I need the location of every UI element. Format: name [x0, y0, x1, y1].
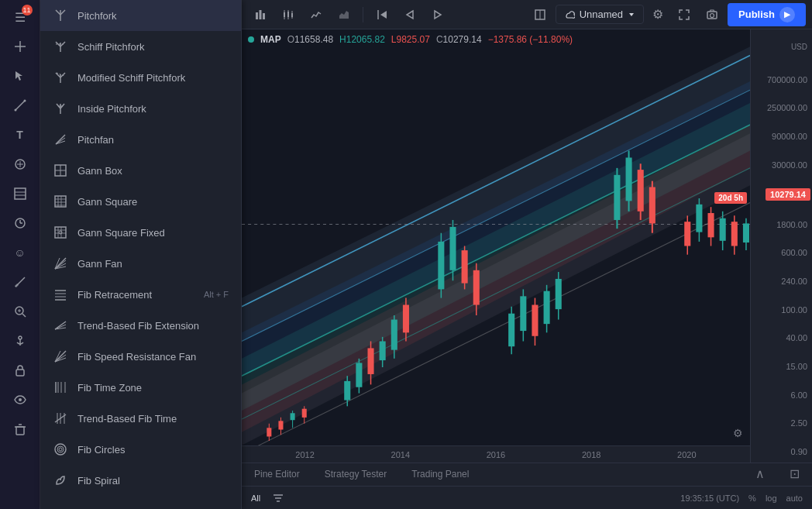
svg-line-3: [15, 101, 25, 110]
price-90k: 90000.00: [751, 132, 812, 141]
menu-item-pitchfork[interactable]: Pitchfork: [40, 0, 241, 31]
svg-rect-126: [302, 409, 307, 418]
line-chart-btn[interactable]: [304, 4, 329, 26]
area-chart-icon: [339, 9, 349, 20]
menu-item-schiff-label: Schiff Pitchfork: [77, 41, 229, 53]
trash-button[interactable]: [6, 415, 34, 443]
time-2012: 2012: [295, 450, 314, 459]
price-30k: 30000.00: [751, 160, 812, 170]
menu-item-inside-pitchfork[interactable]: Inside Pitchfork: [40, 93, 241, 124]
shapes-button[interactable]: [6, 150, 34, 178]
tab-trading-panel[interactable]: Trading Panel: [399, 463, 481, 487]
tab-pine-editor[interactable]: Pine Editor: [242, 463, 312, 487]
anchor-button[interactable]: [6, 327, 34, 355]
svg-point-106: [710, 13, 714, 17]
schiff-pitchfork-icon: [53, 39, 68, 54]
menu-item-mod-schiff[interactable]: Modified Schiff Pitchfork: [40, 62, 241, 93]
fib-speed-icon: [53, 349, 68, 364]
area-chart-btn[interactable]: [332, 4, 356, 26]
svg-rect-92: [284, 12, 285, 17]
status-log[interactable]: log: [766, 494, 777, 503]
status-pct[interactable]: %: [748, 494, 756, 503]
inside-pitchfork-icon: [53, 101, 68, 116]
menu-item-schiff-pitchfork[interactable]: Schiff Pitchfork: [40, 31, 241, 62]
bar-chart-btn[interactable]: [248, 4, 273, 26]
tab-collapse-btn[interactable]: ∧: [743, 463, 777, 487]
cursor-button[interactable]: [6, 62, 34, 90]
chevron-down-icon: [628, 11, 635, 19]
menu-item-fib-speed[interactable]: Fib Speed Resistance Fan: [40, 341, 241, 372]
trash-icon: [14, 423, 26, 435]
gann-box-icon: [53, 163, 68, 178]
lock-icon: [14, 364, 26, 377]
chart-canvas[interactable]: MAP O11658.48 H12065.82 L9825.07 C10279.…: [242, 29, 812, 463]
zoom-button[interactable]: [6, 297, 34, 325]
tab-expand-btn[interactable]: ⊡: [777, 463, 812, 487]
menu-item-gann-square-fixed[interactable]: Gann Square Fixed: [40, 217, 241, 248]
eye-button[interactable]: [6, 386, 34, 414]
svg-rect-179: [277, 500, 280, 502]
crosshair-button[interactable]: [6, 33, 34, 60]
menu-item-fib-circles[interactable]: Fib Circles: [40, 434, 241, 465]
publish-button[interactable]: Publish ▶: [728, 3, 806, 26]
svg-line-36: [56, 73, 60, 77]
menu-item-pitchfan[interactable]: Pitchfan: [40, 124, 241, 155]
svg-rect-170: [708, 213, 714, 237]
menu-item-trend-fib-ext[interactable]: Trend-Based Fib Extension: [40, 310, 241, 341]
svg-rect-146: [473, 270, 480, 305]
emoji-button[interactable]: ☺: [6, 239, 34, 267]
tab-strategy-tester[interactable]: Strategy Tester: [312, 463, 399, 487]
menu-item-gann-box[interactable]: Gann Box: [40, 155, 241, 186]
measure-button[interactable]: [6, 268, 34, 296]
svg-rect-176: [743, 223, 749, 242]
chart-bottom-settings-btn[interactable]: ⚙: [728, 424, 747, 442]
status-time: 19:35:15 (UTC): [680, 494, 739, 503]
svg-rect-25: [16, 427, 24, 435]
text-button[interactable]: T: [6, 121, 34, 149]
svg-rect-160: [626, 157, 632, 201]
forecast-button[interactable]: [6, 209, 34, 237]
draw-line-button[interactable]: [6, 91, 34, 119]
forward-btn[interactable]: [425, 4, 450, 26]
chart-svg: [242, 29, 750, 463]
layout-btn[interactable]: [528, 4, 552, 26]
camera-btn[interactable]: [700, 4, 724, 26]
filter-btn[interactable]: [273, 492, 284, 504]
candle-chart-icon: [283, 9, 294, 20]
chart-name-btn[interactable]: Unnamed: [556, 5, 644, 24]
chart-settings-btn[interactable]: ⚙: [647, 4, 669, 26]
svg-rect-152: [532, 305, 538, 336]
fib-button[interactable]: [6, 180, 34, 208]
menu-item-fib-retracement[interactable]: Fib Retracement Alt + F: [40, 279, 241, 310]
prev-btn[interactable]: [370, 4, 394, 26]
menu-item-gann-square-label: Gann Square: [77, 196, 229, 208]
svg-point-5: [23, 100, 26, 102]
fullscreen-btn[interactable]: [672, 4, 697, 26]
lock-button[interactable]: [6, 356, 34, 384]
svg-rect-164: [649, 187, 655, 223]
menu-item-fib-spiral[interactable]: Fib Spiral: [40, 465, 241, 496]
chart-svg-area: [242, 29, 750, 463]
svg-rect-88: [256, 12, 258, 19]
svg-marker-2: [15, 71, 22, 81]
status-auto[interactable]: auto: [786, 494, 803, 503]
svg-rect-9: [15, 188, 26, 199]
time-2020: 2020: [677, 450, 696, 459]
menu-item-gann-square[interactable]: Gann Square: [40, 186, 241, 217]
ohlc-change: −1375.86 (−11.80%): [488, 34, 573, 45]
camera-icon: [707, 9, 717, 20]
svg-rect-140: [438, 242, 444, 289]
back-btn[interactable]: [397, 4, 422, 26]
menu-item-trend-fib-time[interactable]: Trend-Based Fib Time: [40, 403, 241, 434]
trend-fib-time-icon: [53, 411, 68, 426]
menu-button[interactable]: ☰ 11: [6, 3, 34, 31]
svg-rect-166: [684, 222, 690, 246]
menu-item-inside-pitchfork-label: Inside Pitchfork: [77, 103, 229, 115]
candle-chart-btn[interactable]: [276, 4, 301, 26]
publish-label: Publish: [738, 9, 775, 20]
forecast-icon: [14, 217, 26, 229]
menu-item-fib-time-zone[interactable]: Fib Time Zone: [40, 372, 241, 403]
menu-item-fib-circles-label: Fib Circles: [77, 444, 229, 456]
all-button[interactable]: All: [251, 494, 260, 503]
menu-item-gann-fan[interactable]: Gann Fan: [40, 248, 241, 279]
